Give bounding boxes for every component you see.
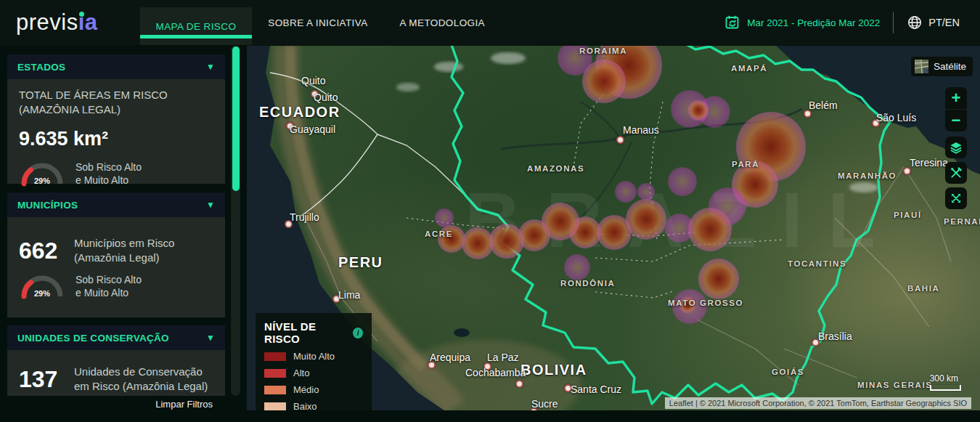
panel-unidades-header[interactable]: UNIDADES DE CONSERVAÇÃO ▼ (7, 325, 225, 350)
panel-estados-body: TOTAL DE ÁREAS EM RISCO (AMAZÔNIA LEGAL)… (7, 79, 225, 184)
sidebar-scrollbar-track[interactable] (231, 45, 240, 396)
map-label-city: La Paz (487, 352, 519, 363)
header-divider (893, 12, 894, 33)
tab-sobre-a-iniciativa[interactable]: SOBRE A INICIATIVA (252, 0, 383, 45)
map-attribution[interactable]: Leaflet | © 2021 Microsoft Corporation, … (665, 397, 971, 409)
heat-blob-low-risk (668, 167, 697, 196)
map-label-city: Guayaquil (290, 123, 335, 135)
language-toggle[interactable]: PT/EN (907, 15, 960, 31)
nav-tabs: MAPA DE RISCO SOBRE A INICIATIVA A METOD… (140, 0, 501, 45)
map-label-city: Arequipa (430, 352, 470, 363)
heat-blob-high-risk (626, 199, 666, 240)
scale-bar: 300 km (930, 373, 961, 391)
total-area-value: 9.635 km² (19, 128, 213, 150)
satellite-thumbnail-icon (915, 60, 928, 73)
clear-filters-button[interactable]: Limpar Filtros (7, 399, 225, 410)
panel-estados-header[interactable]: ESTADOS ▼ (7, 54, 225, 79)
heat-blob-high-risk (462, 227, 494, 259)
map-label-state: RONDÔNIA (560, 279, 615, 288)
panel-estados: ESTADOS ▼ TOTAL DE ÁREAS EM RISCO (AMAZÔ… (7, 54, 225, 184)
heat-blob-high-risk (698, 259, 739, 299)
chevron-down-icon[interactable]: ▼ (206, 200, 215, 210)
zoom-out-button[interactable]: − (945, 110, 967, 131)
heat-blob-high-risk (688, 100, 709, 121)
panel-municipios-body: 662 Municípios em Risco (Amazônia Legal)… (7, 217, 225, 317)
map-label-state: RORAIMA (579, 46, 627, 55)
tools-icon (950, 166, 963, 179)
heat-blob-low-risk (435, 208, 454, 227)
map-label-state: MARANHÃO (838, 171, 897, 180)
heat-blob-low-risk (615, 181, 637, 203)
legend-swatch-baixo (264, 402, 286, 411)
fullscreen-button[interactable] (945, 187, 967, 209)
legend-swatch-alto (264, 369, 286, 378)
logo-dot (79, 12, 84, 17)
info-icon[interactable]: i (353, 328, 363, 338)
map-label-state: BAHIA (907, 284, 939, 293)
chevron-down-icon[interactable]: ▼ (206, 62, 215, 72)
map[interactable]: BRAZIL ECUADORPERUBOLIVIAQuitoQuitoGuaya… (247, 45, 980, 410)
municipios-label: Municípios em Risco (Amazônia Legal) (74, 236, 213, 266)
metric-title: TOTAL DE ÁREAS EM RISCO (AMAZÔNIA LEGAL) (19, 88, 213, 118)
heat-blob-high-risk (597, 215, 632, 250)
map-label-city: Quito (301, 75, 325, 86)
legend-item: Alto (264, 368, 363, 378)
svg-text:29%: 29% (34, 176, 50, 185)
map-label-city: Belém (809, 100, 838, 111)
map-label-city: Teresina (910, 157, 948, 169)
legend-swatch-medio (264, 386, 286, 394)
panel-municipios-title: MUNICÍPIOS (17, 200, 206, 211)
logo-text-ia: ia (78, 9, 98, 36)
period-selector[interactable]: Mar 2021 - Predição Mar 2022 (724, 15, 880, 31)
scale-label: 300 km (930, 373, 961, 384)
map-label-city: Trujillo (290, 211, 319, 223)
layers-button[interactable] (945, 137, 967, 158)
map-label-state: AMAPÁ (731, 64, 767, 73)
legend-item: Médio (264, 384, 363, 395)
map-label-state: PIAUÍ (894, 211, 922, 219)
map-label-city: Manaus (623, 124, 659, 136)
legend-title: NÍVEL DE RISCO (264, 320, 347, 345)
map-label-city: Lima (338, 289, 360, 301)
map-label-country: BOLIVIA (520, 362, 587, 378)
tools-button[interactable] (945, 162, 967, 184)
map-label-country: PERU (338, 254, 383, 271)
calendar-refresh-icon (724, 15, 740, 31)
risk-gauge: 29% (19, 273, 65, 300)
map-label-state: TOCANTINS (788, 259, 846, 268)
previsia-app: { "header": { "logo_part1": "previs", "l… (0, 0, 980, 422)
map-label-state: PERNAMBUCO (944, 217, 980, 226)
municipios-count: 662 (19, 238, 61, 264)
basemap-satellite-button[interactable]: Satélite (911, 57, 973, 76)
gauge-label: Sob Risco Alto e Muito Alto (75, 273, 142, 299)
map-label-state: PARÁ (732, 160, 759, 169)
city-marker (616, 136, 624, 144)
map-label-state: AMAZONAS (527, 164, 584, 173)
map-label-state: MINAS GERAIS (857, 381, 933, 389)
expand-arrows-icon (950, 192, 963, 205)
chevron-down-icon[interactable]: ▼ (206, 333, 215, 343)
header: previsia MAPA DE RISCO SOBRE A INICIATIV… (0, 0, 980, 46)
tab-a-metodologia[interactable]: A METODOLOGIA (384, 0, 501, 45)
map-label-state: ACRE (425, 230, 453, 238)
layers-icon (950, 141, 963, 154)
scale-line (930, 385, 961, 391)
risk-legend: NÍVEL DE RISCO i Muito Alto Alto Médio B… (256, 313, 372, 410)
period-label: Mar 2021 - Predição Mar 2022 (747, 17, 880, 28)
tab-mapa-de-risco[interactable]: MAPA DE RISCO (140, 7, 253, 45)
unidades-count: 137 (19, 366, 61, 393)
heat-blob-high-risk (489, 224, 524, 259)
panel-municipios-header[interactable]: MUNICÍPIOS ▼ (7, 192, 225, 217)
map-label-state: MATO GROSSO (668, 299, 743, 307)
map-label-city: Quito (314, 92, 338, 103)
sidebar-scrollbar-thumb[interactable] (232, 46, 240, 191)
panel-unidades-title: UNIDADES DE CONSERVAÇÃO (17, 333, 206, 344)
panel-unidades-body: 137 Unidades de Conservação em Risco (Am… (7, 350, 225, 396)
header-right: Mar 2021 - Predição Mar 2022 PT/EN (724, 12, 960, 33)
map-label-city: Sucre (531, 398, 558, 410)
map-label-city: Brasília (818, 330, 852, 342)
map-label-state: GOIÁS (772, 368, 804, 376)
panel-estados-title: ESTADOS (17, 62, 206, 73)
zoom-in-button[interactable]: + (945, 87, 967, 109)
map-label-city: Santa Cruz (571, 384, 621, 395)
